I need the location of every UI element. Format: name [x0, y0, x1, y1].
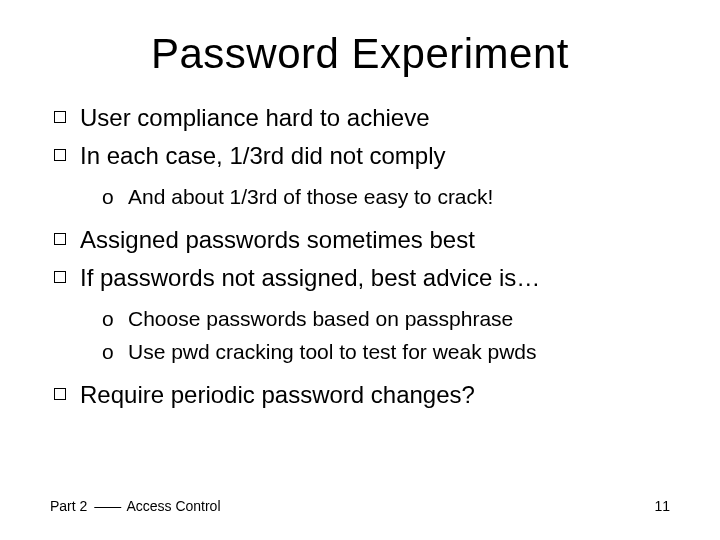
bullet-text: Choose passwords based on passphrase — [128, 307, 513, 330]
slide: Password Experiment User compliance hard… — [0, 0, 720, 540]
list-item: o Choose passwords based on passphrase — [80, 302, 670, 336]
square-bullet-icon — [54, 388, 66, 400]
sub-list: o Choose passwords based on passphrase o… — [80, 302, 670, 369]
bullet-text: Use pwd cracking tool to test for weak p… — [128, 340, 537, 363]
circle-bullet-icon: o — [102, 302, 114, 336]
square-bullet-icon — [54, 233, 66, 245]
bullet-text: And about 1/3rd of those easy to crack! — [128, 185, 493, 208]
bullet-list: User compliance hard to achieve In each … — [50, 100, 670, 413]
bullet-text: User compliance hard to achieve — [80, 104, 430, 131]
list-item: o And about 1/3rd of those easy to crack… — [80, 180, 670, 214]
list-item: In each case, 1/3rd did not comply o And… — [50, 138, 670, 214]
square-bullet-icon — [54, 271, 66, 283]
list-item: Require periodic password changes? — [50, 377, 670, 413]
square-bullet-icon — [54, 149, 66, 161]
list-item: If passwords not assigned, best advice i… — [50, 260, 670, 369]
circle-bullet-icon: o — [102, 180, 114, 214]
square-bullet-icon — [54, 111, 66, 123]
list-item: Assigned passwords sometimes best — [50, 222, 670, 258]
bullet-text: Assigned passwords sometimes best — [80, 226, 475, 253]
slide-title: Password Experiment — [50, 30, 670, 78]
list-item: o Use pwd cracking tool to test for weak… — [80, 335, 670, 369]
page-number: 11 — [654, 498, 670, 514]
footer-separator: —— — [94, 498, 120, 514]
bullet-text: Require periodic password changes? — [80, 381, 475, 408]
bullet-text: In each case, 1/3rd did not comply — [80, 142, 446, 169]
footer: Part 2 —— Access Control — [50, 498, 221, 514]
circle-bullet-icon: o — [102, 335, 114, 369]
footer-section: Access Control — [126, 498, 220, 514]
bullet-text: If passwords not assigned, best advice i… — [80, 264, 540, 291]
list-item: User compliance hard to achieve — [50, 100, 670, 136]
footer-part: Part 2 — [50, 498, 87, 514]
sub-list: o And about 1/3rd of those easy to crack… — [80, 180, 670, 214]
